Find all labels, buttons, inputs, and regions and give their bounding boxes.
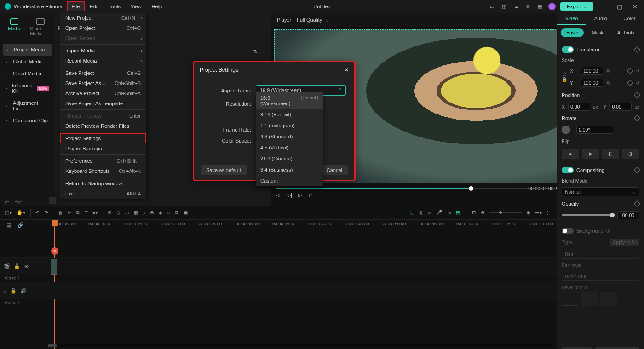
smiley-icon[interactable]: ☺ bbox=[409, 210, 414, 216]
aspect-option[interactable]: 16:9 (Widescreen)[Default] bbox=[256, 92, 323, 109]
filter-icon[interactable]: ⚗ bbox=[253, 49, 257, 55]
menu-project-backups[interactable]: Project Backups bbox=[60, 143, 146, 154]
video-clip[interactable] bbox=[51, 259, 57, 275]
menu-delete-preview[interactable]: Delete Preview Render Files bbox=[60, 121, 146, 131]
rsub-basic[interactable]: Basic bbox=[561, 28, 584, 37]
save-default-button[interactable]: Save as default bbox=[201, 165, 247, 175]
rtab-video[interactable]: Video bbox=[557, 13, 586, 25]
zoom-out-icon[interactable]: ⊖ bbox=[481, 210, 485, 216]
kf-icon[interactable] bbox=[627, 68, 633, 74]
keyframe-panel-button[interactable]: Keyframe Panel bbox=[595, 347, 639, 349]
background-toggle[interactable] bbox=[562, 228, 574, 234]
mic-icon[interactable]: 🎤 bbox=[436, 210, 443, 216]
lib-influence-kit[interactable]: ›Influence KitNEW bbox=[0, 80, 55, 97]
rotate-input[interactable] bbox=[576, 126, 613, 134]
menu-save-template[interactable]: Save Project As Template bbox=[60, 98, 146, 109]
menu-file[interactable]: File bbox=[67, 2, 85, 11]
apps-icon[interactable]: ▦ bbox=[536, 3, 544, 10]
audio-tool-icon[interactable]: ♪ bbox=[143, 210, 145, 216]
lib-cloud-media[interactable]: ›Cloud Media bbox=[0, 68, 55, 80]
cancel-button[interactable]: Cancel bbox=[321, 165, 348, 175]
pos-y-input[interactable] bbox=[610, 103, 632, 111]
compound-icon[interactable]: ▣ bbox=[183, 210, 188, 216]
folder-icon[interactable]: 🗀 bbox=[5, 200, 10, 206]
tl-icon[interactable]: ⧈ bbox=[428, 210, 431, 216]
keyframe-tool-icon[interactable]: ◇ bbox=[116, 210, 120, 216]
lock-icon[interactable]: 🔓 bbox=[10, 288, 17, 294]
cut-icon[interactable]: ✂ bbox=[68, 210, 72, 216]
collapse-sidebar-icon[interactable]: ‹ bbox=[49, 197, 56, 204]
waveform-icon[interactable]: ∿ bbox=[447, 210, 451, 216]
zoom-slider[interactable] bbox=[489, 212, 522, 213]
blend-select[interactable]: Normal⌄ bbox=[562, 187, 639, 196]
expand-tl-icon[interactable]: ⛶ bbox=[547, 210, 552, 216]
mute-icon[interactable]: 🔊 bbox=[20, 288, 27, 294]
aspect-option[interactable]: 3:4 (Business) bbox=[256, 164, 323, 175]
export-button[interactable]: Export ⌄ bbox=[560, 2, 593, 11]
kf-icon[interactable] bbox=[634, 200, 640, 207]
prev-frame-icon[interactable]: ◁ bbox=[276, 192, 282, 198]
magnet-icon[interactable]: ⊓ bbox=[472, 210, 476, 216]
menu-archive-project[interactable]: Archive ProjectCtrl+Shift+A bbox=[60, 88, 146, 98]
menu-preferences[interactable]: PreferencesCtrl+Shift+, bbox=[60, 156, 146, 166]
cut-marker-icon[interactable]: ✕ bbox=[51, 247, 58, 255]
new-folder-icon[interactable]: 🗀⁺ bbox=[14, 200, 22, 206]
stop-icon[interactable]: □ bbox=[309, 193, 316, 198]
rsub-ai[interactable]: AI Tools bbox=[612, 28, 640, 37]
scale-x-input[interactable] bbox=[581, 67, 603, 75]
link-tl-icon[interactable]: 🔗 bbox=[17, 222, 24, 228]
menu-save-project[interactable]: Save ProjectCtrl+S bbox=[60, 68, 146, 78]
layer-stack-icon[interactable]: ▤ bbox=[6, 222, 11, 228]
menu-record-media[interactable]: Record Media bbox=[60, 56, 146, 66]
color-tool-icon[interactable]: ▦ bbox=[133, 210, 138, 216]
menu-help[interactable]: Help bbox=[147, 2, 167, 11]
text-icon[interactable]: T bbox=[85, 210, 88, 216]
kf-icon[interactable] bbox=[634, 167, 640, 173]
screen-icon[interactable]: ▭ bbox=[489, 3, 496, 10]
marker-icon[interactable]: ◈ bbox=[159, 210, 162, 216]
scale-y-input[interactable] bbox=[581, 79, 603, 87]
mixer-icon[interactable]: ≡ bbox=[465, 210, 467, 216]
lock-icon[interactable]: 🔓 bbox=[14, 263, 20, 269]
quality-select[interactable]: Full Quality bbox=[297, 17, 329, 23]
grid-tl-icon[interactable]: ⊞ bbox=[456, 210, 460, 216]
play-pause-icon[interactable]: ▷| bbox=[287, 192, 293, 198]
menu-tools[interactable]: Tools bbox=[104, 2, 125, 11]
reset-icon[interactable]: ↺ bbox=[635, 80, 639, 86]
opacity-slider[interactable] bbox=[562, 214, 615, 216]
flip-v-icon[interactable]: ▶ bbox=[582, 149, 599, 159]
play-icon[interactable]: ▷ bbox=[298, 192, 305, 198]
kf-icon[interactable] bbox=[627, 80, 633, 86]
menu-edit[interactable]: Edit bbox=[85, 2, 103, 11]
window-maximize-icon[interactable]: ▢ bbox=[614, 3, 625, 10]
time-ruler[interactable]: 00:00:05:00 00:00:10:00 00:00:15:00 00:0… bbox=[30, 220, 557, 230]
compositing-toggle[interactable] bbox=[562, 167, 574, 173]
window-close-icon[interactable]: ✕ bbox=[630, 3, 640, 10]
lib-compound-clip[interactable]: ›Compound Clip bbox=[0, 114, 55, 126]
opacity-input[interactable] bbox=[617, 211, 639, 219]
window-minimize-icon[interactable]: — bbox=[598, 3, 610, 10]
rotate-knob[interactable] bbox=[562, 126, 570, 134]
h-scrollbar[interactable] bbox=[48, 344, 552, 347]
redo-icon[interactable]: ↷ bbox=[44, 210, 48, 216]
lib-project-media[interactable]: ›Project Media bbox=[3, 44, 52, 56]
link-icon[interactable]: ⬡ bbox=[563, 72, 567, 77]
user-avatar-icon[interactable] bbox=[548, 3, 556, 10]
rtab-color[interactable]: Color bbox=[615, 13, 644, 25]
hand-tool-icon[interactable]: ✋▾ bbox=[17, 210, 26, 216]
speed-icon[interactable]: ⊙ bbox=[108, 210, 112, 216]
aspect-option[interactable]: 1:1 (Instagram) bbox=[256, 120, 323, 131]
menu-project-settings[interactable]: Project Settings bbox=[60, 133, 146, 143]
list-icon[interactable]: ☰▾ bbox=[535, 210, 542, 216]
modal-close-icon[interactable]: ✕ bbox=[344, 67, 349, 73]
aspect-option[interactable]: 4:3 (Standard) bbox=[256, 131, 323, 142]
menu-return-startup[interactable]: Return to Startup window bbox=[60, 178, 146, 189]
kf-icon[interactable] bbox=[634, 92, 640, 98]
rotate-cw-icon[interactable]: ◐ bbox=[602, 149, 620, 159]
tl-icon[interactable]: ◎ bbox=[419, 210, 424, 216]
rtab-audio[interactable]: Audio bbox=[586, 13, 615, 25]
aspect-option[interactable]: 4:5 (Vertical) bbox=[256, 142, 323, 153]
keyframe-icon[interactable] bbox=[634, 46, 640, 53]
lock-icon[interactable]: 🔒 bbox=[562, 77, 567, 82]
menu-import-media[interactable]: Import Media bbox=[60, 46, 146, 56]
